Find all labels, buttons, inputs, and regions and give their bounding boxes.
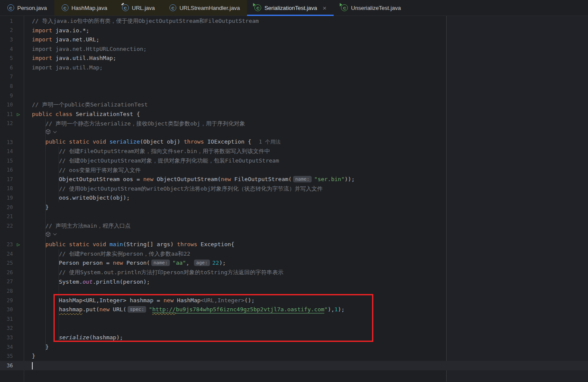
- gutter[interactable]: 17: [0, 175, 24, 184]
- code-content[interactable]: // 使用System.out.println方法打印person对象的toSt…: [24, 268, 588, 277]
- tab-person-java[interactable]: CPerson.java: [0, 0, 54, 16]
- code-content[interactable]: // 声明一个静态方法serialize，接收Object类型参数obj，用于序…: [24, 119, 588, 128]
- gutter[interactable]: 27: [0, 277, 24, 287]
- gutter[interactable]: 2: [0, 26, 24, 35]
- gutter[interactable]: 31: [0, 314, 24, 324]
- gutter[interactable]: 25: [0, 258, 24, 268]
- gutter[interactable]: [0, 128, 24, 138]
- line-number: 18: [0, 185, 13, 191]
- gutter[interactable]: 9: [0, 91, 24, 100]
- line-number: 22: [0, 223, 13, 229]
- gutter[interactable]: 28: [0, 286, 24, 296]
- code-text: .println(person);: [93, 279, 150, 285]
- code-content[interactable]: Person person = new Person(name:"aa", ag…: [24, 258, 588, 268]
- gutter[interactable]: 32: [0, 324, 24, 333]
- gutter[interactable]: 18: [0, 184, 24, 194]
- line-number: 6: [0, 65, 13, 71]
- code-content[interactable]: ObjectOutputStream oos = new ObjectOutpu…: [24, 175, 588, 184]
- gutter[interactable]: 33: [0, 333, 24, 342]
- gutter[interactable]: 29: [0, 296, 24, 305]
- run-gutter-icon[interactable]: ▷: [13, 111, 24, 117]
- code-content[interactable]: // 创建ObjectOutputStream对象，提供对象序列化功能，包装Fi…: [24, 156, 588, 166]
- comment: // 导入java.io包中的所有类，便于使用ObjectOutputStrea…: [32, 18, 259, 24]
- gutter[interactable]: 5: [0, 53, 24, 63]
- code-text: [32, 241, 45, 247]
- gutter[interactable]: 36: [0, 361, 24, 370]
- gutter[interactable]: 26: [0, 268, 24, 277]
- tab-unserializetest-java[interactable]: CUnserializeTest.java: [334, 0, 408, 16]
- tab-urlstreamhandler-java[interactable]: CURLStreamHandler.java: [162, 0, 247, 16]
- gutter[interactable]: 16: [0, 166, 24, 175]
- url-link: bu9js784whp5f6iznc49gz5bp2vtjl7a.oastify…: [176, 306, 324, 313]
- code-content[interactable]: serialize(hashmap);: [24, 333, 588, 342]
- comment: // oos变量用于将对象写入文件: [59, 167, 141, 173]
- gutter[interactable]: 1: [0, 16, 24, 26]
- gutter[interactable]: 14: [0, 147, 24, 156]
- code-content[interactable]: import java.util.Map;: [24, 63, 588, 72]
- gutter[interactable]: [0, 231, 24, 240]
- code-content[interactable]: [24, 128, 588, 138]
- tab-url-java[interactable]: CURL.java: [115, 0, 162, 16]
- code-content[interactable]: // 使用ObjectOutputStream的writeObject方法将ob…: [24, 184, 588, 194]
- ai-assistant-inlay[interactable]: [45, 232, 56, 237]
- gutter[interactable]: 22: [0, 221, 24, 231]
- gutter[interactable]: 24: [0, 249, 24, 259]
- code-content[interactable]: }: [24, 203, 588, 212]
- ai-assistant-inlay[interactable]: [45, 129, 56, 135]
- tab-label: HashMap.java: [72, 5, 107, 11]
- gutter[interactable]: 8: [0, 81, 24, 91]
- gutter[interactable]: 11▷: [0, 110, 24, 119]
- gutter[interactable]: 3: [0, 35, 24, 44]
- code-content[interactable]: import java.io.*;: [24, 26, 588, 35]
- gutter[interactable]: 20: [0, 203, 24, 212]
- code-content[interactable]: // 创建Person对象实例person，传入参数aa和22: [24, 249, 588, 259]
- tab-hashmap-java[interactable]: CHashMap.java: [54, 0, 115, 16]
- gutter[interactable]: 19: [0, 193, 24, 203]
- param-hint-badge: name:: [293, 176, 312, 182]
- code-content[interactable]: }: [24, 351, 588, 361]
- gutter[interactable]: 12: [0, 119, 24, 128]
- code-content[interactable]: oos.writeObject(obj);: [24, 193, 588, 203]
- code-content[interactable]: hashmap.put(new URL(spec:"http://bu9js78…: [24, 305, 588, 314]
- comment: // 创建ObjectOutputStream对象，提供对象序列化功能，包装Fi…: [59, 157, 279, 164]
- code-content[interactable]: [24, 361, 588, 370]
- gutter[interactable]: 34: [0, 342, 24, 352]
- code-content[interactable]: import java.util.HashMap;: [24, 53, 588, 63]
- gutter[interactable]: 4: [0, 44, 24, 54]
- gutter[interactable]: 21: [0, 212, 24, 221]
- gutter[interactable]: 7: [0, 72, 24, 82]
- code-content[interactable]: [24, 231, 588, 240]
- gutter[interactable]: 6: [0, 63, 24, 72]
- gutter[interactable]: 13: [0, 138, 24, 147]
- gutter[interactable]: 23▷: [0, 240, 24, 249]
- close-icon[interactable]: ×: [323, 5, 327, 11]
- tab-serializationtest-java[interactable]: CSerializationTest.java×: [247, 0, 334, 16]
- gutter[interactable]: 15: [0, 156, 24, 166]
- keyword: import: [32, 27, 52, 34]
- code-content[interactable]: public static void main(String[] args) t…: [24, 240, 588, 249]
- run-gutter-icon[interactable]: ▷: [13, 241, 24, 247]
- gutter[interactable]: 30: [0, 305, 24, 314]
- code-text: );: [219, 260, 226, 266]
- code-line: 27 System.out.println(person);: [0, 277, 588, 287]
- code-content[interactable]: import java.net.URL;: [24, 35, 588, 44]
- code-content[interactable]: }: [24, 342, 588, 352]
- code-content[interactable]: // oos变量用于将对象写入文件: [24, 166, 588, 175]
- code-content[interactable]: // 声明主方法main，程序入口点: [24, 221, 588, 231]
- code-text: java.util.HashMap;: [52, 55, 116, 61]
- code-line: 19 oos.writeObject(obj);: [0, 193, 588, 203]
- code-editor[interactable]: 1// 导入java.io包中的所有类，便于使用ObjectOutputStre…: [0, 16, 588, 382]
- code-content[interactable]: // 创建FileOutputStream对象，指向文件ser.bin，用于将数…: [24, 147, 588, 156]
- code-content[interactable]: public static void serialize(Object obj)…: [24, 137, 588, 147]
- code-content[interactable]: System.out.println(person);: [24, 277, 588, 287]
- keyword: new: [100, 306, 109, 313]
- gutter[interactable]: 35: [0, 351, 24, 361]
- line-number: 8: [0, 83, 13, 89]
- gutter[interactable]: 10: [0, 100, 24, 110]
- code-text: [32, 138, 45, 145]
- code-content[interactable]: HashMap<URL,Integer> hashmap = new HashM…: [24, 296, 588, 305]
- code-content[interactable]: import java.net.HttpURLConnection;: [24, 44, 588, 54]
- code-content[interactable]: // 声明一个public类SerializationTest: [24, 100, 588, 110]
- code-content[interactable]: public class SerializationTest {: [24, 110, 588, 119]
- code-content[interactable]: // 导入java.io包中的所有类，便于使用ObjectOutputStrea…: [24, 16, 588, 26]
